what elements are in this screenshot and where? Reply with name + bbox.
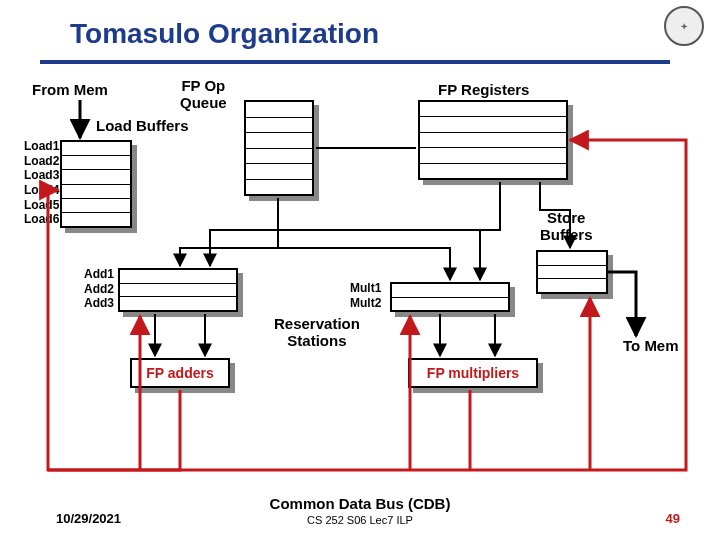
row-tag: Add2 <box>84 283 114 298</box>
footer-course: CS 252 S06 Lec7 ILP <box>0 514 720 526</box>
row-tag: Load4 <box>24 184 59 199</box>
label-cdb: Common Data Bus (CDB) <box>0 495 720 512</box>
seal-icon: ✦ <box>664 6 704 46</box>
label-store-buffers: Store Buffers <box>540 210 593 243</box>
row-tag: Load3 <box>24 169 59 184</box>
label-reservation-stations: Reservation Stations <box>274 316 360 349</box>
label-from-mem: From Mem <box>32 82 108 99</box>
row-tag: Add3 <box>84 297 114 312</box>
row-tag: Mult2 <box>350 297 381 312</box>
add-rs-tags: Add1Add2Add3 <box>84 268 114 312</box>
row-tag: Load5 <box>24 199 59 214</box>
row-tag: Mult1 <box>350 282 381 297</box>
row-tag: Load2 <box>24 155 59 170</box>
label-fp-registers: FP Registers <box>438 82 529 99</box>
label-fp-op-queue: FP Op Queue <box>180 78 227 111</box>
page-title: Tomasulo Organization <box>70 18 379 50</box>
footer-page: 49 <box>666 511 680 526</box>
label-load-buffers: Load Buffers <box>96 118 189 135</box>
row-tag: Load1 <box>24 140 59 155</box>
row-tag: Add1 <box>84 268 114 283</box>
title-underline <box>40 60 670 64</box>
load-buffer-tags: Load1Load2Load3Load4Load5Load6 <box>24 140 59 228</box>
label-to-mem: To Mem <box>623 338 679 355</box>
row-tag: Load6 <box>24 213 59 228</box>
mult-rs-tags: Mult1Mult2 <box>350 282 381 312</box>
